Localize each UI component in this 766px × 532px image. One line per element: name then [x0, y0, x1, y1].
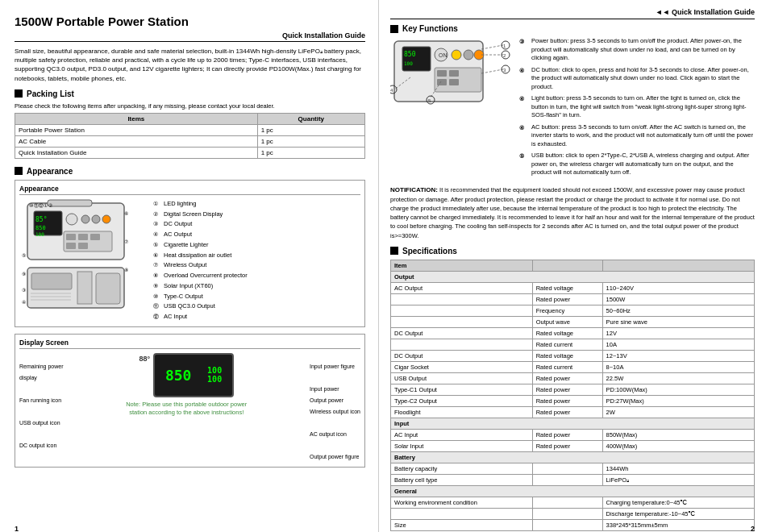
feature-item: ⑥Heat dissipation air outlet: [153, 251, 360, 261]
label-input-power: Input power: [310, 384, 360, 395]
right-page: ◄◄ Quick Installation Guide Key Function…: [379, 0, 766, 532]
section-icon: [390, 25, 398, 33]
specs-col-detail: [532, 260, 602, 271]
feature-item: ②Digital Screen Display: [153, 210, 360, 220]
label-output-figure: Output power figure: [310, 451, 360, 463]
kf-item: ⑤USB button: click to open 2*Type-C, 2*U…: [519, 152, 755, 181]
specs-title: Specifications: [390, 247, 755, 256]
right-header: ◄◄ Quick Installation Guide: [390, 8, 755, 19]
svg-point-9: [102, 215, 110, 223]
appearance-title: Appearance: [15, 167, 365, 176]
feature-item: ③DC Output: [153, 219, 360, 230]
feature-item: ⑨Solar Input (XT60): [153, 281, 360, 292]
specs-section: Specifications Item OutputAC OutputRated…: [390, 247, 755, 531]
kf-item: ④AC button: press 3-5 seconds to turn on…: [519, 123, 755, 152]
display-right-labels: Input power figure Input power Output po…: [310, 353, 360, 463]
intro-text: Small size, beautiful appearance, durabl…: [15, 47, 365, 83]
svg-rect-12: [78, 234, 88, 240]
svg-text:④: ④: [22, 300, 26, 305]
table-row: General: [391, 485, 755, 497]
svg-point-8: [92, 215, 100, 223]
feature-item: ⑪USB QC3.0 Output: [153, 301, 360, 312]
kf-item: ④Light button: press 3-5 seconds to turn…: [519, 94, 755, 123]
display-center: 88° 850 100 100 Note: Please use this po…: [68, 353, 304, 418]
svg-line-49: [481, 45, 503, 49]
svg-point-42: [464, 50, 473, 60]
table-row: Output wavePure sine wave: [391, 316, 755, 327]
notification-box: NOTIFICATION: It is recommended that the…: [390, 185, 755, 240]
kf-labels: ③Power button: press 3-5 seconds to turn…: [519, 37, 755, 181]
table-row: Cigar SocketRated current8~10A: [391, 361, 755, 372]
label-dc: DC output icon: [19, 440, 63, 451]
label-remaining-power: Remaining power: [19, 361, 63, 372]
table-row: Portable Power Station1 pc: [15, 124, 365, 135]
kf-item: ③Power button: press 3-5 seconds to turn…: [519, 37, 755, 66]
feature-item: ④AC Output: [153, 230, 360, 240]
packing-table: Items Quantity Portable Power Station1 p…: [15, 113, 365, 159]
svg-text:850: 850: [35, 225, 46, 231]
table-row: Working environment conditionCharging te…: [391, 497, 755, 508]
svg-text:2: 2: [503, 53, 506, 58]
table-row: USB OutputRated power22.5W: [391, 372, 755, 384]
features-list: ①LED lighting②Digital Screen Display③DC …: [153, 199, 360, 322]
display-note: Note: Please use this portable outdoor p…: [126, 401, 247, 418]
table-row: Discharge temperature:-10~45℃: [391, 508, 755, 519]
appearance-sub-title: Appearance: [19, 185, 360, 195]
feature-item: ⑦Wireless Output: [153, 260, 360, 271]
svg-rect-11: [66, 234, 76, 240]
svg-rect-47: [437, 79, 447, 85]
page-number-right: 2: [751, 525, 755, 532]
kf-item: ④DC button: click to open, press and hol…: [519, 66, 755, 95]
svg-point-7: [81, 215, 90, 223]
feature-item: ①LED lighting: [153, 199, 360, 210]
table-row: Battery capacity1344Wh: [391, 463, 755, 474]
svg-rect-22: [31, 273, 72, 289]
table-row: Battery: [391, 451, 755, 463]
svg-line-51: [481, 69, 503, 73]
svg-rect-24: [96, 273, 120, 304]
table-row: Output: [391, 271, 755, 282]
table-row: Type-C2 OutputRated powerPD:27W(Max): [391, 395, 755, 406]
packing-col-qty: Quantity: [257, 113, 364, 124]
svg-rect-23: [77, 272, 92, 304]
packing-note: Please check the following items after u…: [15, 102, 365, 110]
table-row: Input: [391, 418, 755, 429]
svg-text:85°: 85°: [35, 216, 47, 223]
svg-text:⑩: ⑩: [29, 203, 33, 208]
specs-col-value: [602, 260, 754, 271]
svg-text:①: ①: [44, 203, 48, 208]
device-illustration: 85° 850 100 ⑩ ⑪: [19, 199, 148, 322]
specs-col-item: Item: [391, 260, 533, 271]
table-row: Solar InputRated power400W(Max): [391, 440, 755, 451]
table-row: AC InputRated power850W(Max): [391, 429, 755, 440]
page-number-left: 1: [15, 525, 19, 532]
display-left-labels: Remaining power display Fan running icon…: [19, 353, 63, 451]
svg-rect-13: [90, 234, 100, 240]
svg-text:⑨: ⑨: [22, 272, 26, 276]
svg-text:⑧: ⑧: [124, 268, 128, 272]
svg-point-6: [66, 214, 77, 225]
svg-text:100: 100: [35, 231, 44, 237]
feature-item: ⑫AC Input: [153, 312, 360, 322]
svg-text:1: 1: [503, 44, 506, 48]
label-output-power: Output power: [310, 395, 360, 406]
appearance-box: Appearance 85° 850 100: [15, 180, 365, 327]
svg-text:⑥: ⑥: [124, 211, 128, 216]
label-input-figure: Input power figure: [310, 361, 360, 372]
display-number-output: 100: [207, 375, 222, 384]
table-row: FloodlightRated power2W: [391, 406, 755, 418]
table-row: Type-C1 OutputRated powerPD:100W(Max): [391, 384, 755, 395]
svg-rect-1: [48, 200, 92, 206]
main-title: 1500W Portable Power Station: [15, 15, 365, 28]
svg-rect-46: [449, 70, 459, 77]
display-screen-box: Display Screen Remaining power display F…: [15, 334, 365, 468]
table-row: Battery cell typeLiFePO₄: [391, 474, 755, 485]
svg-text:ON: ON: [439, 52, 448, 58]
svg-text:⑤: ⑤: [22, 253, 26, 258]
label-wireless: Wireless output icon: [310, 406, 360, 418]
label-ac-output: AC output icon: [310, 429, 360, 440]
table-row: DC OutputRated voltage12~13V: [391, 350, 755, 361]
svg-rect-14: [66, 243, 76, 249]
table-row: DC OutputRated voltage12V: [391, 327, 755, 339]
table-row: Rated current10A: [391, 339, 755, 350]
